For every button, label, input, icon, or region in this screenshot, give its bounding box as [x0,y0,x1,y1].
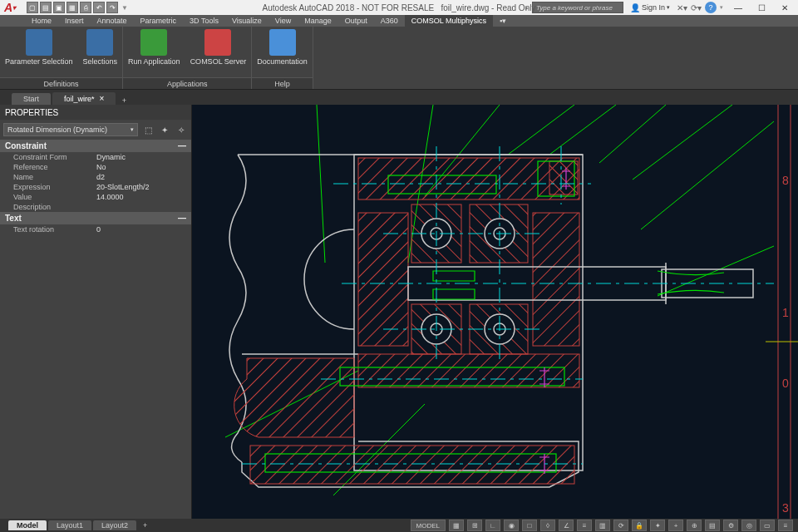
documentation-button[interactable]: Documentation [252,27,313,77]
property-value[interactable]: 20-SlotLength/2 [96,183,186,191]
parameter-selection-icon [26,29,52,56]
parameter-selection-button[interactable]: Parameter Selection [0,27,78,77]
svg-text:1: 1 [782,306,789,319]
property-section-header[interactable]: Text— [0,212,191,224]
qat-undo-icon[interactable]: ↶ [93,2,105,13]
units-icon[interactable]: ⊕ [687,520,702,531]
otrack-icon[interactable]: ∠ [559,520,574,531]
qat-save-icon[interactable]: ▣ [53,2,65,13]
add-layout-button[interactable]: + [138,521,152,530]
svg-rect-31 [549,161,578,195]
layout-tab[interactable]: Layout2 [93,520,136,530]
ribbon-group-label: Definitions [0,77,122,89]
property-row[interactable]: Named2 [0,172,191,182]
qat-saveas-icon[interactable]: ▦ [66,2,78,13]
quick-properties-icon[interactable]: ▤ [705,520,720,531]
qat-dropdown-icon[interactable]: ▼ [121,4,128,12]
comsol-server-icon [204,29,231,56]
ribbon-button-label: COMSOL Server [190,57,247,66]
collapse-icon[interactable]: — [178,141,186,150]
workspace-icon[interactable]: ✦ [650,520,665,531]
annotation-scale-icon[interactable]: 🔒 [632,520,647,531]
property-label: Value [5,193,96,201]
qat-open-icon[interactable]: ▤ [40,2,52,13]
layout-tab[interactable]: Model [8,520,47,530]
run-application-button[interactable]: Run Application [123,27,185,77]
isolate-icon[interactable]: ◎ [741,520,756,531]
selections-button[interactable]: Selections [78,27,123,77]
menu-tab-output[interactable]: Output [338,15,374,27]
doc-tab[interactable]: foil_wire*× [52,92,116,105]
maximize-button[interactable]: ☐ [750,0,773,15]
menu-tab-manage[interactable]: Manage [298,15,338,27]
property-value[interactable] [96,203,186,211]
add-tab-button[interactable]: + [117,96,131,105]
menu-tab-insert[interactable]: Insert [58,15,91,27]
transparency-icon[interactable]: ▥ [595,520,610,531]
osnap-icon[interactable]: □ [522,520,537,531]
quick-select-icon[interactable]: ⬚ [141,123,155,136]
property-section-header[interactable]: Constraint— [0,140,191,152]
property-row[interactable]: ReferenceNo [0,162,191,172]
customize-icon[interactable]: ≡ [778,520,793,531]
minimize-button[interactable]: — [727,0,750,15]
drawing-canvas[interactable]: 8 1 0 3 [192,105,798,519]
menu-tab-home[interactable]: Home [25,15,58,27]
property-label: Expression [5,183,96,191]
property-value[interactable]: 0 [96,225,186,234]
close-icon[interactable]: × [100,94,105,103]
qat-redo-icon[interactable]: ↷ [106,2,118,13]
menu-tab-visualize[interactable]: Visualize [225,15,268,27]
snap-icon[interactable]: ⊞ [467,520,482,531]
menu-tab-parametric[interactable]: Parametric [134,15,184,27]
ortho-icon[interactable]: ∟ [485,520,500,531]
property-row[interactable]: Description [0,202,191,212]
model-space-button[interactable]: MODEL [411,520,446,531]
polar-icon[interactable]: ◉ [504,520,519,531]
lineweight-icon[interactable]: ≡ [577,520,592,531]
search-input[interactable]: Type a keyword or phrase [532,2,623,13]
object-type-dropdown[interactable]: Rotated Dimension (Dynamic)▾ [3,123,138,136]
exchange-icon[interactable]: ✕▾ [677,3,687,12]
run-application-icon [140,29,167,56]
property-row[interactable]: Value14.0000 [0,192,191,202]
featured-apps-icon[interactable]: ▪▾ [493,15,513,27]
property-value[interactable]: d2 [96,173,186,181]
comsol-server-button[interactable]: COMSOL Server [185,27,252,77]
cycling-icon[interactable]: ⟳ [613,520,628,531]
app-logo[interactable]: A▾ [0,0,20,15]
pickadd-icon[interactable]: ✧ [175,123,188,136]
property-row[interactable]: Text rotation0 [0,224,191,234]
menu-tab-comsol-multiphysics[interactable]: COMSOL Multiphysics [405,15,493,27]
close-button[interactable]: ✕ [773,0,796,15]
quick-access-toolbar: ▢ ▤ ▣ ▦ ⎙ ↶ ↷ [27,2,118,13]
property-row[interactable]: Expression20-SlotLength/2 [0,182,191,192]
doc-tab[interactable]: Start [12,93,51,105]
stay-connected-icon[interactable]: ⟳▾ [691,3,702,12]
svg-text:0: 0 [782,377,789,390]
qat-new-icon[interactable]: ▢ [27,2,38,13]
3dosnap-icon[interactable]: ◊ [540,520,555,531]
help-icon[interactable]: ? [705,2,717,13]
collapse-icon[interactable]: — [178,214,186,223]
menu-tab-annotate[interactable]: Annotate [91,15,134,27]
menu-tab-a360[interactable]: A360 [374,15,405,27]
clean-screen-icon[interactable]: ▭ [760,520,775,531]
properties-panel: PROPERTIES Rotated Dimension (Dynamic)▾ … [0,105,192,519]
ribbon-button-label: Documentation [257,57,308,66]
property-row[interactable]: Constraint FormDynamic [0,152,191,162]
grid-icon[interactable]: ▦ [449,520,464,531]
hardware-accel-icon[interactable]: ⚙ [723,520,738,531]
annotation-monitor-icon[interactable]: + [668,520,683,531]
select-objects-icon[interactable]: ✦ [158,123,171,136]
property-value[interactable]: Dynamic [96,153,186,161]
signin-button[interactable]: 👤 Sign In ▾ [627,3,673,12]
menu-tab-3d-tools[interactable]: 3D Tools [183,15,225,27]
property-label: Name [5,173,96,181]
layout-tab[interactable]: Layout1 [48,520,91,530]
menu-tab-view[interactable]: View [268,15,298,27]
property-value[interactable]: No [96,163,186,171]
property-value[interactable]: 14.0000 [96,193,186,201]
property-label: Description [5,203,96,211]
qat-print-icon[interactable]: ⎙ [80,2,91,13]
